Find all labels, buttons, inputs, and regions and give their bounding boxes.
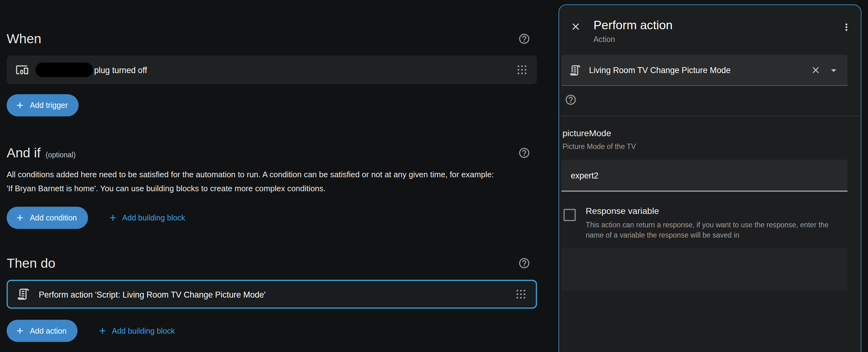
param-helper: Picture Mode of the TV bbox=[562, 142, 847, 151]
device-icon bbox=[16, 63, 29, 77]
dialog-divider bbox=[559, 116, 861, 116]
script-picker-field[interactable]: Living Room TV Change Picture Mode bbox=[561, 55, 847, 86]
perform-action-dialog: Perform action Action Living Room TV Cha… bbox=[559, 4, 862, 352]
automation-main-column: When plug turned off bbox=[6, 0, 537, 342]
plus-icon bbox=[15, 100, 25, 110]
picture-mode-value: expert2 bbox=[571, 170, 598, 180]
add-condition-button[interactable]: Add condition bbox=[6, 207, 88, 229]
trigger-drag-handle-icon[interactable] bbox=[516, 64, 528, 76]
trigger-buttons-row: Add trigger bbox=[6, 94, 537, 116]
dialog-help-button[interactable] bbox=[565, 94, 577, 106]
plus-icon bbox=[15, 213, 25, 223]
and-if-section-header: And if (optional) bbox=[6, 145, 537, 161]
dialog-header: Perform action Action bbox=[559, 5, 861, 44]
and-if-title: And if bbox=[6, 145, 40, 161]
response-variable-texts: Response variable This action can return… bbox=[586, 206, 841, 240]
then-do-section-header: Then do bbox=[6, 255, 537, 271]
add-building-block-label: Add building block bbox=[112, 326, 175, 335]
help-circle-icon bbox=[565, 94, 577, 106]
add-condition-label: Add condition bbox=[30, 213, 77, 222]
response-variable-section: Response variable This action can return… bbox=[563, 206, 847, 240]
condition-buttons-row: Add condition Add building block bbox=[6, 207, 537, 229]
picture-mode-input[interactable]: expert2 bbox=[561, 159, 847, 192]
and-if-description-line1: All conditions added here need to be sat… bbox=[6, 168, 537, 182]
script-picker-value: Living Room TV Change Picture Mode bbox=[589, 65, 810, 75]
and-if-description: All conditions added here need to be sat… bbox=[6, 168, 537, 196]
and-if-heading-group: And if (optional) bbox=[6, 145, 75, 161]
clear-icon[interactable] bbox=[810, 65, 821, 75]
action-drag-handle-icon[interactable] bbox=[515, 288, 527, 300]
close-icon[interactable] bbox=[570, 21, 581, 32]
plus-icon bbox=[15, 326, 25, 336]
response-variable-checkbox[interactable] bbox=[563, 209, 576, 221]
add-action-button[interactable]: Add action bbox=[6, 320, 78, 342]
when-title: When bbox=[6, 31, 41, 47]
add-building-block-button-actions[interactable]: Add building block bbox=[94, 325, 178, 336]
chevron-down-icon[interactable] bbox=[828, 64, 840, 76]
and-if-description-line2: 'If Bryan Barnett is home'. You can use … bbox=[6, 182, 537, 196]
response-variable-description: This action can return a response, if yo… bbox=[586, 219, 841, 241]
when-section-header: When bbox=[6, 31, 537, 47]
script-icon bbox=[569, 64, 581, 76]
when-help-button[interactable] bbox=[518, 33, 530, 45]
then-do-title: Then do bbox=[6, 255, 55, 271]
response-variable-input[interactable] bbox=[561, 248, 847, 291]
add-building-block-button-conditions[interactable]: Add building block bbox=[104, 212, 188, 223]
trigger-label: plug turned off bbox=[94, 65, 147, 74]
redacted-device-name bbox=[35, 62, 93, 77]
dialog-subtitle: Action bbox=[593, 35, 841, 44]
action-buttons-row: Add action Add building block bbox=[6, 320, 537, 342]
add-action-label: Add action bbox=[30, 326, 66, 335]
help-circle-icon bbox=[518, 33, 530, 45]
overflow-menu-icon[interactable] bbox=[841, 22, 852, 33]
dialog-title: Perform action bbox=[593, 18, 841, 33]
then-do-help-button[interactable] bbox=[518, 257, 530, 269]
and-if-help-button[interactable] bbox=[518, 147, 530, 159]
add-trigger-button[interactable]: Add trigger bbox=[6, 94, 79, 116]
dialog-titles: Perform action Action bbox=[593, 18, 841, 44]
param-label: pictureMode bbox=[562, 128, 847, 138]
action-row-selected[interactable]: Perform action 'Script: Living Room TV C… bbox=[6, 280, 537, 309]
script-icon bbox=[17, 288, 30, 301]
add-trigger-label: Add trigger bbox=[30, 101, 68, 110]
plus-icon bbox=[108, 213, 118, 223]
response-variable-title: Response variable bbox=[586, 206, 841, 216]
help-circle-icon bbox=[518, 147, 530, 159]
add-building-block-label: Add building block bbox=[122, 213, 185, 222]
automation-editor: When plug turned off bbox=[0, 0, 868, 352]
and-if-optional-label: (optional) bbox=[46, 151, 76, 159]
plus-icon bbox=[98, 326, 107, 336]
action-label: Perform action 'Script: Living Room TV C… bbox=[39, 290, 266, 299]
trigger-row[interactable]: plug turned off bbox=[6, 55, 537, 84]
help-circle-icon bbox=[518, 257, 530, 269]
